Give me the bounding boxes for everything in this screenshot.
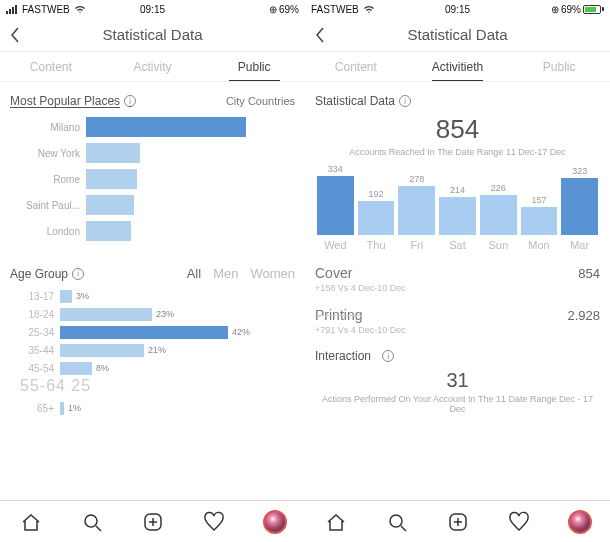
battery-icon bbox=[583, 5, 604, 14]
bar-row: Rome bbox=[10, 166, 295, 192]
body: Most Popular Placesi City Countries Mila… bbox=[0, 82, 305, 542]
add-icon[interactable] bbox=[446, 510, 470, 534]
status-bar: FASTWEB 09:15 ⊕ 69% bbox=[305, 0, 610, 18]
svg-line-10 bbox=[401, 526, 406, 531]
top-tabs: Content Activity Public bbox=[0, 52, 305, 82]
battery-lock-icon: ⊕ bbox=[551, 4, 559, 15]
back-button[interactable] bbox=[305, 27, 335, 43]
bar-row: London bbox=[10, 218, 295, 244]
search-icon[interactable] bbox=[385, 510, 409, 534]
wifi-icon bbox=[363, 5, 375, 14]
cover-label: Cover bbox=[315, 265, 352, 281]
svg-point-9 bbox=[390, 515, 402, 527]
svg-rect-1 bbox=[9, 9, 11, 14]
bar-row: 45-548% bbox=[10, 359, 295, 377]
svg-line-5 bbox=[96, 526, 101, 531]
age-55-row: 55-64 25 bbox=[20, 377, 295, 395]
col: 334 bbox=[317, 164, 354, 235]
wifi-icon bbox=[74, 5, 86, 14]
info-icon[interactable]: i bbox=[399, 95, 411, 107]
bar-row: 13-173% bbox=[10, 287, 295, 305]
col: 323 bbox=[561, 166, 598, 235]
bar-row: Saint Paul... bbox=[10, 192, 295, 218]
interaction-caption: Actions Performed On Your Account In The… bbox=[315, 394, 600, 414]
stat-title: Statistical Datai bbox=[315, 94, 411, 108]
col: 214 bbox=[439, 185, 476, 235]
page-title: Statistical Data bbox=[0, 26, 305, 43]
reach-total: 854 bbox=[315, 114, 600, 145]
age-chart: 13-173%18-2423%25-3442%35-4421%45-548% bbox=[10, 287, 295, 377]
printing-delta: +791 Vs 4 Dec-10 Dec bbox=[315, 325, 600, 335]
phone-left: FASTWEB 09:15 ⊕ 69% Statistical Data Con… bbox=[0, 0, 305, 542]
bottom-tabbar bbox=[305, 500, 610, 542]
printing-value: 2.928 bbox=[567, 308, 600, 323]
profile-avatar[interactable] bbox=[568, 510, 592, 534]
battery-pct: 69% bbox=[561, 4, 581, 15]
tab-activity[interactable]: Activity bbox=[102, 52, 204, 81]
svg-rect-0 bbox=[6, 11, 8, 14]
age-chart-tail: 65+1% bbox=[10, 399, 295, 417]
phone-right: FASTWEB 09:15 ⊕ 69% Statistical Data Con… bbox=[305, 0, 610, 542]
col: 278 bbox=[398, 174, 435, 235]
tab-public[interactable]: Public bbox=[203, 52, 305, 81]
back-button[interactable] bbox=[0, 27, 30, 43]
places-chart: MilanoNew YorkRomeSaint Paul...London bbox=[10, 114, 295, 244]
search-icon[interactable] bbox=[80, 510, 104, 534]
tab-content[interactable]: Content bbox=[305, 52, 407, 81]
svg-point-4 bbox=[85, 515, 97, 527]
svg-rect-2 bbox=[12, 7, 14, 14]
col: 157 bbox=[521, 195, 558, 235]
header: Statistical Data bbox=[0, 18, 305, 52]
col: 226 bbox=[480, 183, 517, 235]
places-toggle[interactable]: City Countries bbox=[226, 95, 295, 107]
reach-caption: Accounts Reached In The Date Range 11 De… bbox=[315, 147, 600, 157]
signal-icon bbox=[6, 5, 18, 14]
svg-rect-3 bbox=[15, 5, 17, 14]
info-icon[interactable]: i bbox=[382, 350, 394, 362]
profile-avatar[interactable] bbox=[263, 510, 287, 534]
heart-icon[interactable] bbox=[202, 510, 226, 534]
bar-row: Milano bbox=[10, 114, 295, 140]
cover-delta: +158 Vs 4 Dec-10 Dec bbox=[315, 283, 600, 293]
header: Statistical Data bbox=[305, 18, 610, 52]
battery-lock-icon: ⊕ bbox=[269, 4, 277, 15]
bar-row: 35-4421% bbox=[10, 341, 295, 359]
tab-public[interactable]: Public bbox=[508, 52, 610, 81]
info-icon[interactable]: i bbox=[72, 268, 84, 280]
carrier-label: FASTWEB bbox=[311, 4, 359, 15]
heart-icon[interactable] bbox=[507, 510, 531, 534]
col: 192 bbox=[358, 189, 395, 235]
tab-activity[interactable]: Activitieth bbox=[407, 52, 509, 81]
bottom-tabbar bbox=[0, 500, 305, 542]
interaction-title: Interaction i bbox=[315, 349, 394, 363]
carrier-label: FASTWEB bbox=[22, 4, 70, 15]
clock: 09:15 bbox=[104, 4, 202, 15]
reach-chart: 334192278214226157323 bbox=[315, 163, 600, 235]
page-title: Statistical Data bbox=[305, 26, 610, 43]
interaction-total: 31 bbox=[315, 369, 600, 392]
bar-row: 65+1% bbox=[10, 399, 295, 417]
places-title: Most Popular Placesi bbox=[10, 94, 136, 108]
cover-value: 854 bbox=[578, 266, 600, 281]
printing-label: Printing bbox=[315, 307, 362, 323]
top-tabs: Content Activitieth Public bbox=[305, 52, 610, 82]
body: Statistical Datai 854 Accounts Reached I… bbox=[305, 82, 610, 542]
bar-row: 25-3442% bbox=[10, 323, 295, 341]
battery-pct: 69% bbox=[279, 4, 299, 15]
age-segmented[interactable]: All Men Women bbox=[187, 266, 295, 281]
bar-row: 18-2423% bbox=[10, 305, 295, 323]
home-icon[interactable] bbox=[19, 510, 43, 534]
add-icon[interactable] bbox=[141, 510, 165, 534]
info-icon[interactable]: i bbox=[124, 95, 136, 107]
status-bar: FASTWEB 09:15 ⊕ 69% bbox=[0, 0, 305, 18]
bar-row: New York bbox=[10, 140, 295, 166]
clock: 09:15 bbox=[409, 4, 507, 15]
age-title: Age Groupi bbox=[10, 267, 84, 281]
home-icon[interactable] bbox=[324, 510, 348, 534]
tab-content[interactable]: Content bbox=[0, 52, 102, 81]
reach-chart-labels: WedThuFriSatSunMonMar bbox=[315, 239, 600, 251]
